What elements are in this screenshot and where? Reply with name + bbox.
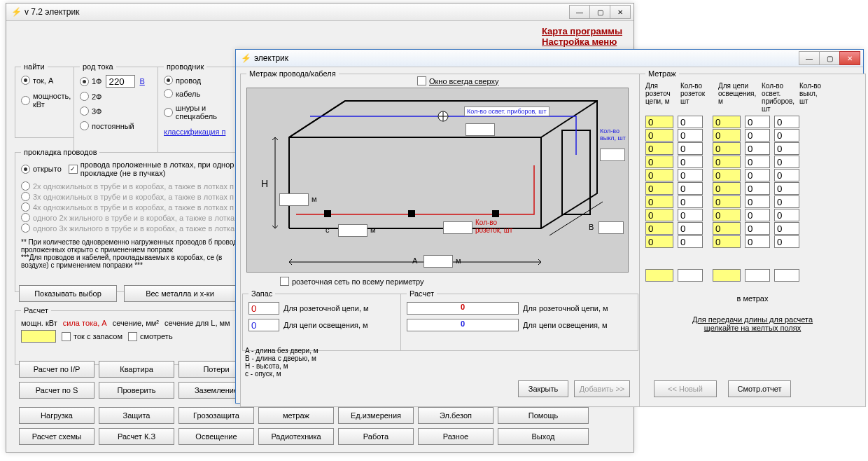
cond-cable[interactable]: кабель xyxy=(164,89,200,98)
met-b1-2[interactable] xyxy=(713,142,741,155)
bg-max-button[interactable]: ▢ xyxy=(589,5,610,19)
rod-3f[interactable]: 3Ф xyxy=(80,106,102,116)
met-total-b3[interactable] xyxy=(774,269,799,282)
met-b2-6[interactable] xyxy=(745,195,770,208)
met-b1-8[interactable] xyxy=(713,222,741,235)
prokl-lot[interactable]: провода проложенные в лотках, при однор … xyxy=(69,160,241,177)
rod-volt[interactable] xyxy=(106,75,135,88)
met-a1-2[interactable] xyxy=(645,142,673,155)
prokl-r1[interactable]: 2х одножильных в трубе и в коробах, а та… xyxy=(21,181,234,191)
met-a2-8[interactable] xyxy=(678,222,703,235)
met-b2-8[interactable] xyxy=(745,222,770,235)
always-top-check[interactable]: Окно всегда сверху xyxy=(417,76,498,85)
rod-2f[interactable]: 2Ф xyxy=(80,92,102,101)
btn-schema[interactable]: Расчет схемы xyxy=(19,428,94,445)
btn-elbezop[interactable]: Эл.безоп xyxy=(418,407,493,424)
btn-radio[interactable]: Радиотехника xyxy=(258,428,334,445)
met-total-a2[interactable] xyxy=(678,269,703,282)
met-total-b2[interactable] xyxy=(745,269,770,282)
cond-cls-link[interactable]: классификация п xyxy=(164,128,225,136)
met-b1-9[interactable] xyxy=(713,235,741,248)
met-report-btn[interactable]: Смотр.отчет xyxy=(728,380,791,397)
met-total-b1[interactable] xyxy=(713,269,741,282)
btn-check[interactable]: Проверить xyxy=(99,382,174,399)
met-b3-3[interactable] xyxy=(774,156,799,168)
weight-btn[interactable]: Вес металла и х-ки xyxy=(124,285,236,302)
met-b3-2[interactable] xyxy=(774,142,799,155)
met-b3-9[interactable] xyxy=(774,235,799,248)
met-a1-9[interactable] xyxy=(645,235,673,248)
add-btn[interactable]: Добавить >> xyxy=(574,380,630,397)
fg-min-button[interactable]: — xyxy=(799,51,820,65)
met-b3-5[interactable] xyxy=(774,182,799,195)
dim-B-field[interactable] xyxy=(598,221,624,234)
met-b1-3[interactable] xyxy=(713,156,741,168)
osvet-count-field[interactable] xyxy=(465,123,495,136)
met-a2-7[interactable] xyxy=(678,209,703,221)
rozet-count-field[interactable] xyxy=(443,221,472,234)
met-b2-2[interactable] xyxy=(745,142,770,155)
btn-kvartira[interactable]: Квартира xyxy=(99,361,174,378)
met-a2-3[interactable] xyxy=(678,156,703,168)
met-a2-4[interactable] xyxy=(678,169,703,181)
find-power[interactable]: мощность, кВт xyxy=(21,92,66,109)
menu-link[interactable]: Настройка меню xyxy=(542,36,622,47)
map-link[interactable]: Карта программы xyxy=(542,26,622,36)
met-a1-3[interactable] xyxy=(645,156,673,168)
met-total-a1[interactable] xyxy=(645,269,673,282)
dim-H-field[interactable] xyxy=(279,193,309,206)
bg-close-button[interactable]: ✕ xyxy=(610,5,631,19)
met-b3-8[interactable] xyxy=(774,222,799,235)
btn-units[interactable]: Ед.измерения xyxy=(338,407,414,424)
rod-dc[interactable]: постоянный xyxy=(80,121,134,130)
met-a1-8[interactable] xyxy=(645,222,673,235)
met-b3-6[interactable] xyxy=(774,195,799,208)
bg-min-button[interactable]: — xyxy=(569,5,590,19)
fg-close-button[interactable]: ✕ xyxy=(839,51,860,65)
met-b3-4[interactable] xyxy=(774,169,799,181)
met-a2-0[interactable] xyxy=(678,116,703,128)
met-a2-1[interactable] xyxy=(678,129,703,142)
met-a1-7[interactable] xyxy=(645,209,673,221)
btn-nagruzka[interactable]: Нагрузка xyxy=(19,407,94,424)
met-b2-0[interactable] xyxy=(745,116,770,128)
met-a2-5[interactable] xyxy=(678,182,703,195)
met-b2-9[interactable] xyxy=(745,235,770,248)
btn-ip[interactable]: Расчет по I/P xyxy=(19,361,94,378)
zapas-osv-field[interactable] xyxy=(248,319,279,331)
show-choice-btn[interactable]: Показывать выбор xyxy=(19,285,117,302)
vykl-count-field[interactable] xyxy=(600,149,625,161)
met-b2-4[interactable] xyxy=(745,169,770,181)
met-a1-5[interactable] xyxy=(645,182,673,195)
met-a2-2[interactable] xyxy=(678,142,703,155)
met-b2-5[interactable] xyxy=(745,182,770,195)
btn-exit[interactable]: Выход xyxy=(498,428,589,445)
met-b1-6[interactable] xyxy=(713,195,741,208)
met-b1-1[interactable] xyxy=(713,129,741,142)
met-a1-0[interactable] xyxy=(645,116,673,128)
calc-zapas[interactable]: ток с запасом xyxy=(62,330,122,343)
prokl-r4[interactable]: одного 2х жильного в трубе и в коробах, … xyxy=(21,213,234,222)
btn-work[interactable]: Работа xyxy=(338,428,414,445)
fg-max-button[interactable]: ▢ xyxy=(819,51,840,65)
dim-c-field[interactable] xyxy=(338,224,368,237)
close-btn[interactable]: Закрыть xyxy=(518,380,568,397)
perimeter-check[interactable]: розеточная сеть по всему периметру xyxy=(280,277,424,286)
btn-light[interactable]: Освещение xyxy=(178,428,254,445)
met-b1-7[interactable] xyxy=(713,209,741,221)
met-new-btn[interactable]: << Новый xyxy=(654,380,717,397)
met-b2-7[interactable] xyxy=(745,209,770,221)
btn-zashita[interactable]: Защита xyxy=(99,407,174,424)
prokl-r5[interactable]: одного 3х жильного в трубе и в коробах, … xyxy=(21,223,234,233)
rod-1f[interactable]: 1Ф xyxy=(80,77,102,86)
met-b2-1[interactable] xyxy=(745,129,770,142)
prokl-r2[interactable]: 3х одножильных в трубе и в коробах, а та… xyxy=(21,192,234,201)
btn-help[interactable]: Помощь xyxy=(498,407,589,424)
met-a1-4[interactable] xyxy=(645,169,673,181)
met-b3-7[interactable] xyxy=(774,209,799,221)
calc-moshn-field[interactable] xyxy=(21,330,56,343)
met-b1-4[interactable] xyxy=(713,169,741,181)
met-b3-1[interactable] xyxy=(774,129,799,142)
btn-misc[interactable]: Разное xyxy=(418,428,493,445)
prokl-r3[interactable]: 4х одножильных в трубе и в коробах, а та… xyxy=(21,202,234,212)
